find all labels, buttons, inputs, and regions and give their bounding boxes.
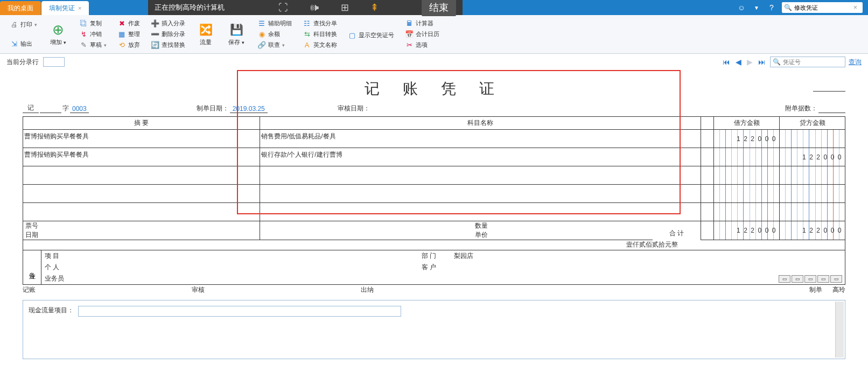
label: 英文名称: [313, 41, 337, 49]
table-row[interactable]: 曹博报销购买早餐餐具 银行存款/个人银行/建行曹博 122000: [23, 148, 845, 166]
close-icon[interactable]: ×: [78, 5, 81, 11]
calculator-icon: 🖩: [405, 19, 414, 28]
save-button[interactable]: 💾 保存 ▾: [224, 21, 249, 47]
top-search[interactable]: 🔍 ×: [782, 2, 863, 13]
credit-cell[interactable]: [780, 185, 845, 203]
credit-cell[interactable]: [780, 203, 845, 221]
dept-value[interactable]: 梨园店: [451, 250, 841, 262]
flow-button[interactable]: 🔀 流量: [194, 21, 218, 47]
debit-cell[interactable]: [714, 203, 780, 221]
prefix-blank[interactable]: [40, 105, 61, 113]
discard-icon: ⟲: [117, 41, 126, 50]
summary-cell[interactable]: [23, 203, 260, 221]
debit-cell[interactable]: [714, 185, 780, 203]
tab-desktop[interactable]: 我的桌面: [0, 1, 41, 15]
draft-icon: ✎: [79, 41, 88, 50]
end-remote-button[interactable]: 结束: [422, 0, 456, 16]
summary-cell[interactable]: [23, 185, 260, 202]
tab-list: 我的桌面 填制凭证×: [0, 0, 89, 15]
spacer-cell: [701, 166, 714, 185]
clear-icon[interactable]: ×: [853, 4, 857, 11]
discard-button[interactable]: ⟲放弃: [115, 40, 142, 50]
summary-cell[interactable]: 曹博报销购买早餐餐具: [23, 130, 260, 148]
pin-icon[interactable]: ⇞: [370, 2, 379, 13]
subject-cell[interactable]: [260, 185, 701, 202]
balance-button[interactable]: ◉余额: [255, 30, 294, 39]
print-button[interactable]: 🖨打印▾: [8, 20, 39, 30]
subject-cell[interactable]: [260, 203, 701, 221]
credit-cell[interactable]: [780, 166, 845, 185]
draft-button[interactable]: ✎草稿▾: [77, 40, 109, 50]
label: 插入分录: [162, 19, 185, 27]
calendar-button[interactable]: 📅会计日历: [403, 30, 442, 39]
prefix-ji[interactable]: 记: [23, 103, 39, 113]
status-icon[interactable]: ▭: [792, 275, 803, 283]
query-link[interactable]: 查询: [849, 58, 862, 67]
dropdown-icon[interactable]: ▼: [752, 3, 761, 12]
credit-cell[interactable]: [780, 130, 845, 148]
voucher-number-input[interactable]: [783, 59, 843, 65]
col-summary: 摘 要: [23, 117, 260, 130]
voucher-document: 记 账 凭 证 记 字 0003 制单日期： 2019.03.25 审核日期： …: [0, 70, 868, 297]
project-label: 项 目: [41, 250, 418, 262]
voucher-number-search[interactable]: 🔍: [770, 57, 845, 67]
table-row[interactable]: [23, 166, 845, 185]
sound-icon[interactable]: 🕪: [310, 2, 319, 13]
show-empty-button[interactable]: ▢显示空凭证号: [346, 29, 396, 40]
cashflow-input[interactable]: [78, 306, 401, 317]
last-button[interactable]: ⏭: [757, 58, 767, 66]
qty-label: 数量: [262, 221, 701, 230]
table-row[interactable]: [23, 203, 845, 221]
summary-cell[interactable]: [23, 166, 260, 184]
tab-voucher[interactable]: 填制凭证×: [41, 1, 89, 15]
smile-icon[interactable]: ☺: [737, 3, 746, 12]
remote-icons: ⛶ 🕪 ⊞ ⇞ 结束: [278, 0, 456, 16]
english-name-button[interactable]: A英文名称: [300, 40, 339, 50]
options-button[interactable]: ✂选项: [403, 40, 442, 50]
offset-button[interactable]: ↯冲销: [77, 30, 109, 39]
top-search-input[interactable]: [794, 4, 853, 11]
tidy-button[interactable]: ▦整理: [115, 30, 142, 39]
output-button[interactable]: ⇲输出: [8, 39, 39, 49]
first-button[interactable]: ⏮: [722, 58, 731, 66]
status-icon[interactable]: ▭: [830, 275, 842, 283]
fullscreen-icon[interactable]: ⛶: [278, 2, 288, 13]
find-replace-button[interactable]: 🔄查找替换: [149, 40, 187, 50]
table-row[interactable]: 曹博报销购买早餐餐具 销售费用/低值易耗品/餐具 122000: [23, 130, 845, 148]
spacer-cell: [701, 148, 714, 166]
status-icon[interactable]: ▭: [817, 275, 829, 283]
label: 余额: [268, 30, 280, 38]
current-line-input[interactable]: [43, 57, 65, 67]
subject-switch-button[interactable]: ⇆科目转换: [300, 30, 339, 39]
copy-button[interactable]: ⿻复制: [77, 19, 109, 29]
voucher-date[interactable]: 2019.03.25: [230, 105, 268, 113]
scrollbar[interactable]: [835, 302, 844, 358]
calculator-button[interactable]: 🖩计算器: [403, 19, 442, 29]
debit-cell[interactable]: [714, 166, 780, 185]
debit-cell[interactable]: 122000: [714, 130, 780, 148]
insert-row-icon: ➕: [151, 19, 159, 28]
add-button[interactable]: ⊕ 增加 ▾: [46, 21, 71, 47]
prev-button[interactable]: ◀: [734, 58, 743, 66]
status-icon[interactable]: ▭: [779, 275, 790, 283]
find-split-button[interactable]: ☷查找分单: [300, 19, 339, 29]
debit-cell[interactable]: [714, 148, 780, 166]
table-row[interactable]: [23, 185, 845, 203]
attach-count[interactable]: [818, 105, 845, 113]
next-button[interactable]: ▶: [746, 58, 754, 66]
voucher-number[interactable]: 0003: [70, 105, 89, 113]
insert-entry-button[interactable]: ➕插入分录: [149, 19, 187, 29]
subject-cell[interactable]: 销售费用/低值易耗品/餐具: [260, 130, 701, 148]
credit-cell[interactable]: 122000: [780, 148, 845, 166]
status-icon[interactable]: ▭: [804, 275, 816, 283]
delete-entry-button[interactable]: ➖删除分录: [149, 30, 187, 39]
related-button[interactable]: 🔗联查▾: [255, 40, 294, 50]
subject-cell[interactable]: 银行存款/个人银行/建行曹博: [260, 148, 701, 166]
help-icon[interactable]: ?: [767, 3, 776, 12]
summary-cell[interactable]: 曹博报销购买早餐餐具: [23, 148, 260, 166]
aux-detail-button[interactable]: ☰辅助明细: [255, 19, 294, 29]
void-button[interactable]: ✖作废: [115, 19, 142, 29]
subject-cell[interactable]: [260, 166, 701, 184]
add-window-icon[interactable]: ⊞: [341, 2, 349, 13]
delete-row-icon: ➖: [151, 30, 159, 39]
